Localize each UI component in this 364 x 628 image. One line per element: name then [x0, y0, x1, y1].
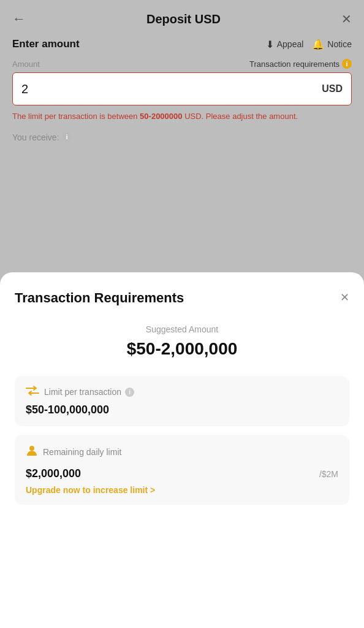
daily-limit-title: Remaining daily limit	[43, 447, 121, 457]
appeal-icon: ⬇	[266, 39, 274, 50]
enter-amount-label: Enter amount	[12, 38, 80, 50]
limit-per-tx-label: Limit per transaction	[44, 387, 121, 397]
transfer-icon	[26, 386, 39, 399]
error-text-before: The limit per transaction is between	[12, 112, 140, 121]
enter-amount-section: Enter amount ⬇ Appeal 🔔 Notice Amount Tr…	[0, 38, 364, 155]
limit-per-tx-header: Limit per transaction i	[26, 386, 338, 399]
page-title: Deposit USD	[146, 12, 221, 26]
amount-input[interactable]	[21, 82, 316, 96]
bottom-sheet: Transaction Requirements ✕ Suggested Amo…	[0, 272, 364, 628]
error-highlight: 50-2000000	[140, 112, 182, 121]
daily-limit-row: $2,000,000 /$2M	[26, 465, 338, 480]
appeal-action[interactable]: ⬇ Appeal	[266, 39, 304, 50]
daily-limit-max: /$2M	[319, 469, 338, 480]
notice-label: Notice	[327, 39, 352, 49]
sheet-header: Transaction Requirements ✕	[15, 289, 349, 307]
daily-limit-header: Remaining daily limit	[26, 445, 338, 460]
suggested-label: Suggested Amount	[15, 324, 349, 334]
header-actions: ⬇ Appeal 🔔 Notice	[266, 39, 352, 50]
enter-amount-header: Enter amount ⬇ Appeal 🔔 Notice	[12, 38, 352, 50]
limit-per-tx-card: Limit per transaction i $50-100,000,000	[15, 376, 349, 426]
appeal-label: Appeal	[277, 39, 304, 49]
person-icon	[26, 445, 38, 460]
amount-field-label: Amount	[12, 59, 40, 69]
suggested-value: $50-2,000,000	[15, 339, 349, 359]
notice-action[interactable]: 🔔 Notice	[312, 39, 352, 50]
daily-limit-card: Remaining daily limit $2,000,000 /$2M Up…	[15, 435, 349, 505]
limit-per-tx-title: Limit per transaction i	[44, 387, 134, 397]
you-receive-label: You receive:	[12, 132, 59, 142]
currency-label: USD	[322, 83, 343, 94]
tx-requirements-link[interactable]: Transaction requirements i	[249, 59, 352, 69]
amount-row-label: Amount Transaction requirements i	[12, 59, 352, 69]
daily-limit-left: $2,000,000	[26, 465, 81, 480]
amount-input-wrapper: USD	[12, 72, 352, 105]
svg-point-0	[29, 446, 34, 451]
sheet-close-button[interactable]: ✕	[340, 291, 349, 304]
daily-limit-value: $2,000,000	[26, 467, 81, 480]
suggested-section: Suggested Amount $50-2,000,000	[15, 324, 349, 359]
back-button[interactable]: ←	[12, 11, 26, 27]
daily-limit-label: Remaining daily limit	[43, 447, 121, 457]
tx-info-icon: i	[342, 59, 352, 69]
limit-info-icon: i	[125, 388, 134, 397]
you-receive-info-icon: i	[63, 132, 72, 142]
limit-per-tx-value: $50-100,000,000	[26, 404, 338, 416]
tx-requirements-label: Transaction requirements	[249, 59, 339, 69]
upgrade-link[interactable]: Upgrade now to increase limit >	[26, 485, 338, 495]
notice-icon: 🔔	[312, 39, 324, 50]
sheet-title: Transaction Requirements	[15, 289, 184, 307]
you-receive-section: You receive: i	[12, 132, 352, 142]
top-bar: ← Deposit USD ✕	[0, 0, 364, 38]
close-button[interactable]: ✕	[341, 12, 352, 26]
error-message: The limit per transaction is between 50-…	[12, 110, 352, 123]
error-text-after: USD. Please adjust the amount.	[183, 112, 298, 121]
